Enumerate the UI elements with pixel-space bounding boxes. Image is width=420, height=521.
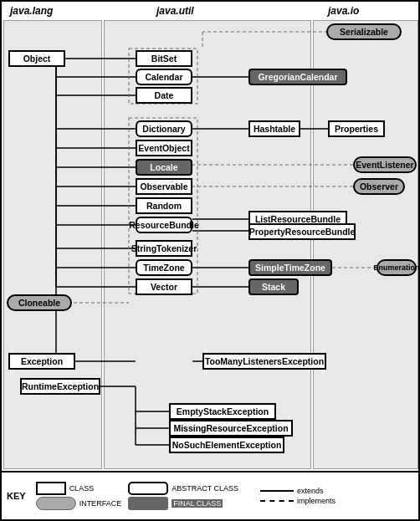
box-missing-resource: MissingResourceException: [169, 420, 293, 437]
key-abstract-label: ABSTRACT CLASS: [172, 484, 238, 493]
box-no-such-element: NoSuchElementException: [169, 437, 284, 453]
key-extends-label: extends: [297, 487, 324, 495]
key-row-interface: INTERFACE: [36, 497, 122, 510]
key-class-icon: [36, 482, 66, 495]
box-hashtable: Hashtable: [248, 120, 300, 137]
header-java-util: java.util: [156, 5, 194, 17]
key-interface-icon: [36, 497, 76, 510]
col-java-io-panel: [313, 20, 418, 469]
box-observable: Observable: [136, 178, 192, 195]
key-section: KEY CLASS INTERFACE ABSTRACT CLASS FINAL…: [2, 471, 418, 519]
diagram-container: java.lang java.util java.io: [0, 0, 420, 521]
header-java-lang: java.lang: [10, 5, 53, 17]
box-locale: Locale: [136, 159, 192, 176]
key-row-implements: implements: [260, 497, 335, 505]
box-simple-timezone: SimpleTimeZone: [248, 259, 332, 276]
box-event-listener: EventListener: [353, 156, 417, 173]
key-row-abstract: ABSTRACT CLASS: [128, 482, 238, 495]
key-final-icon: [128, 497, 168, 510]
key-row-final: FINAL CLASS: [128, 497, 238, 510]
key-col-lines: extends implements: [260, 487, 335, 505]
box-enumeration: Enumeration: [376, 259, 417, 276]
key-implements-line: [260, 500, 294, 502]
box-string-tokenizer: StringTokenizer: [136, 240, 192, 257]
box-serializable: Serializable: [326, 23, 402, 40]
box-random: Random: [136, 197, 192, 214]
key-col-boxes: CLASS INTERFACE: [36, 482, 122, 510]
box-timezone: TimeZone: [136, 259, 192, 276]
box-resource-bundle: ResourceBundle: [136, 217, 192, 233]
box-bitset: BitSet: [136, 50, 192, 67]
col-java-lang-panel: [3, 20, 102, 469]
header-java-io: java.io: [328, 5, 359, 17]
key-implements-label: implements: [297, 497, 335, 505]
box-stack: Stack: [248, 278, 299, 295]
key-row-extends: extends: [260, 487, 335, 495]
key-col-boxes2: ABSTRACT CLASS FINAL CLASS: [128, 482, 238, 510]
key-abstract-icon: [128, 482, 168, 495]
box-event-object: EventObject: [136, 140, 192, 156]
box-empty-stack: EmptyStackException: [169, 403, 276, 420]
key-final-label: FINAL CLASS: [172, 499, 223, 508]
box-runtime-exception: RuntimeException: [20, 378, 100, 395]
box-date: Date: [136, 87, 192, 104]
box-cloneable: Cloneable: [7, 294, 72, 311]
box-gregorian-calendar: GregorianCalendar: [248, 69, 347, 85]
box-observer: Observer: [353, 178, 405, 195]
key-extends-line: [260, 490, 294, 492]
key-row-class: CLASS: [36, 482, 122, 495]
box-calendar: Calendar: [136, 69, 192, 85]
key-class-label: CLASS: [69, 484, 95, 493]
box-property-resource-bundle: PropertyResourceBundle: [248, 223, 356, 240]
box-exception: Exception: [8, 353, 75, 370]
key-interface-label: INTERFACE: [79, 499, 122, 508]
box-too-many-listeners: TooManyListenersException: [202, 353, 326, 370]
box-object: Object: [8, 50, 65, 67]
box-properties: Properties: [328, 120, 385, 137]
box-dictionary: Dictionary: [136, 120, 192, 137]
key-label: KEY: [7, 491, 26, 501]
box-vector: Vector: [136, 278, 192, 295]
